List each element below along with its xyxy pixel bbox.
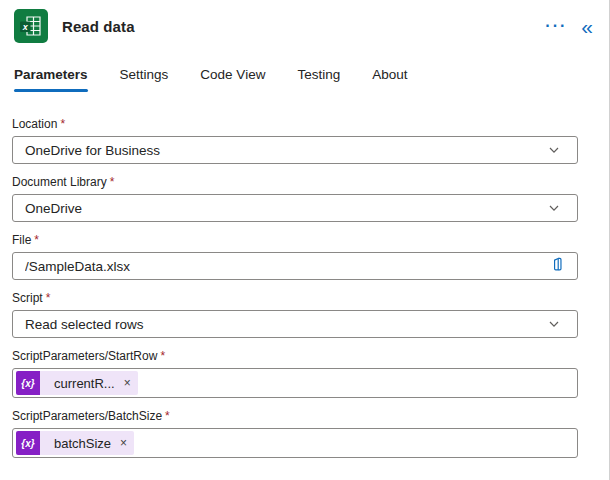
location-dropdown[interactable]: OneDrive for Business xyxy=(12,136,578,164)
field-scriptparameters-startrow: ScriptParameters/StartRow* {x} currentR.… xyxy=(12,349,578,398)
tab-settings[interactable]: Settings xyxy=(118,67,171,92)
panel-header: x Read data ··· « xyxy=(0,0,609,43)
field-label: Document Library* xyxy=(12,175,578,189)
ellipsis-icon: ··· xyxy=(545,17,567,34)
chevron-down-icon xyxy=(547,317,561,331)
dynamic-content-token[interactable]: {x} batchSize × xyxy=(16,431,134,455)
field-scriptparameters-batchsize: ScriptParameters/BatchSize* {x} batchSiz… xyxy=(12,409,578,458)
dropdown-value: OneDrive for Business xyxy=(25,143,547,158)
double-chevron-left-icon: « xyxy=(581,15,593,38)
dynamic-content-token[interactable]: {x} currentR... × xyxy=(16,371,138,395)
field-label: File* xyxy=(12,233,578,247)
tab-bar: Parameters Settings Code View Testing Ab… xyxy=(0,67,609,92)
dropdown-value: OneDrive xyxy=(25,201,547,216)
script-dropdown[interactable]: Read selected rows xyxy=(12,310,578,338)
expression-fx-icon: {x} xyxy=(16,431,40,455)
required-marker: * xyxy=(34,233,39,247)
field-file: File* /SampleData.xlsx xyxy=(12,233,578,280)
token-label: batchSize xyxy=(54,436,111,451)
token-remove-icon[interactable]: × xyxy=(124,377,131,389)
required-marker: * xyxy=(165,409,170,423)
tab-about[interactable]: About xyxy=(370,67,409,92)
chevron-down-icon xyxy=(547,143,561,157)
field-label: Location* xyxy=(12,117,578,131)
file-picker-button[interactable] xyxy=(546,256,567,276)
required-marker: * xyxy=(160,349,165,363)
field-script: Script* Read selected rows xyxy=(12,291,578,338)
field-location: Location* OneDrive for Business xyxy=(12,117,578,164)
chevron-down-icon xyxy=(547,201,561,215)
expression-fx-icon: {x} xyxy=(16,371,40,395)
tab-testing[interactable]: Testing xyxy=(295,67,342,92)
parameters-form: Location* OneDrive for Business Document… xyxy=(12,117,578,458)
field-document-library: Document Library* OneDrive xyxy=(12,175,578,222)
token-remove-icon[interactable]: × xyxy=(120,437,127,449)
field-label: ScriptParameters/BatchSize* xyxy=(12,409,578,423)
document-library-dropdown[interactable]: OneDrive xyxy=(12,194,578,222)
more-options-button[interactable]: ··· xyxy=(541,16,571,36)
required-marker: * xyxy=(110,175,115,189)
token-label: currentR... xyxy=(54,376,115,391)
file-value: /SampleData.xlsx xyxy=(25,259,546,274)
active-tab-underline xyxy=(14,89,88,92)
tab-code-view[interactable]: Code View xyxy=(198,67,267,92)
file-picker-icon xyxy=(548,256,565,276)
dropdown-value: Read selected rows xyxy=(25,317,547,332)
tab-parameters[interactable]: Parameters xyxy=(12,67,90,92)
header-actions: ··· « xyxy=(541,14,597,39)
action-configuration-panel: x Read data ··· « Parameters Settings Co… xyxy=(0,0,610,480)
required-marker: * xyxy=(60,117,65,131)
panel-title: Read data xyxy=(62,18,541,35)
collapse-panel-button[interactable]: « xyxy=(577,14,597,39)
batchsize-token-input[interactable]: {x} batchSize × xyxy=(12,428,578,458)
file-input[interactable]: /SampleData.xlsx xyxy=(12,252,578,280)
required-marker: * xyxy=(46,291,51,305)
svg-text:x: x xyxy=(22,22,29,32)
excel-icon: x xyxy=(14,9,48,43)
field-label: Script* xyxy=(12,291,578,305)
startrow-token-input[interactable]: {x} currentR... × xyxy=(12,368,578,398)
field-label: ScriptParameters/StartRow* xyxy=(12,349,578,363)
